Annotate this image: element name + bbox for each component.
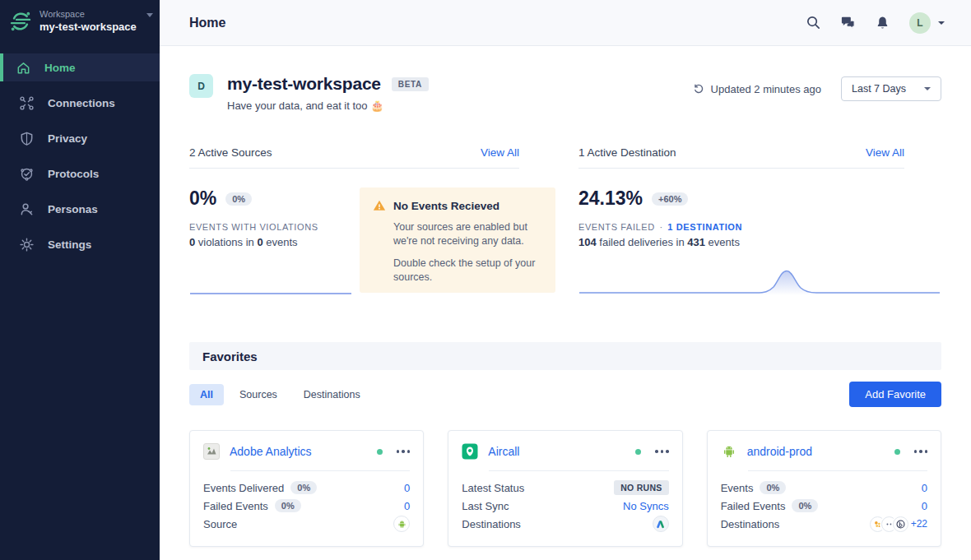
percent-badge: 0% <box>290 481 317 494</box>
sidebar-item-label: Personas <box>48 203 98 215</box>
no-syncs-link[interactable]: No Syncs <box>623 500 669 512</box>
tab-destinations[interactable]: Destinations <box>293 384 371 405</box>
protocols-icon <box>19 166 35 182</box>
active-sources-panel: 2 Active Sources View All 0% 0% EVENTS W… <box>189 146 555 293</box>
warning-triangle-icon <box>373 199 386 212</box>
card-menu-button[interactable] <box>914 447 928 456</box>
sidebar-nav: Home Connections Privacy Protocols Perso… <box>0 53 160 258</box>
failed-stat-detail: 104 failed deliveries in 431 events <box>578 236 941 248</box>
add-favorite-button[interactable]: Add Favorite <box>849 382 941 407</box>
status-dot-icon <box>635 449 641 455</box>
sidebar-item-home[interactable]: Home <box>0 53 160 81</box>
row-value-link[interactable]: 0 <box>404 482 410 494</box>
card-row: Destinations <box>462 515 668 533</box>
destinations-more-link[interactable]: +22 <box>911 518 927 530</box>
active-destinations-panel: 1 Active Destination View All 24.13% +60… <box>578 146 941 293</box>
chevron-down-icon <box>924 87 931 90</box>
sidebar-item-label: Protocols <box>48 168 99 180</box>
sidebar-item-settings[interactable]: Settings <box>0 230 160 258</box>
favorite-card-adobe-analytics: Adobe Analytics Events Delivered 0% 0 Fa… <box>189 430 424 547</box>
android-logo <box>721 443 737 460</box>
percent-badge: 0% <box>760 481 786 494</box>
destination-count-link[interactable]: 1 DESTINATION <box>667 222 742 232</box>
favorite-card-android-prod: android-prod Events 0% 0 Failed Events 0… <box>707 430 941 547</box>
card-title-link[interactable]: Aircall <box>488 445 519 458</box>
card-row: Failed Events 0% 0 <box>721 497 927 515</box>
row-value-link[interactable]: 0 <box>404 500 410 512</box>
favorites-header-band: Favorites <box>189 342 941 370</box>
card-row: Destinations +22 <box>721 515 927 533</box>
card-row: Last Sync No Syncs <box>462 497 668 515</box>
aircall-logo <box>462 443 478 460</box>
card-row: Latest Status NO RUNS <box>462 479 668 497</box>
status-dot-icon <box>894 449 900 455</box>
chat-icon[interactable] <box>840 15 856 30</box>
failed-stat-value: 24.13% <box>578 187 643 210</box>
sidebar-item-protocols[interactable]: Protocols <box>0 160 160 187</box>
workspace-avatar: D <box>189 74 213 98</box>
page-content: D my-test-workspace BETA Have your data,… <box>160 46 971 560</box>
google-ads-icon[interactable] <box>653 516 669 532</box>
percent-badge: 0% <box>792 499 818 512</box>
warning-body-2: Double check the setup of your sources. <box>393 257 542 285</box>
card-row: Events Delivered 0% 0 <box>203 479 410 497</box>
failed-events-sparkline <box>578 268 941 296</box>
avatar[interactable]: L <box>909 12 931 34</box>
card-menu-button[interactable] <box>397 447 411 456</box>
segment-logo-icon <box>10 11 31 32</box>
sidebar-item-label: Settings <box>48 238 91 251</box>
privacy-shield-icon <box>19 131 35 146</box>
sidebar-item-personas[interactable]: Personas <box>0 195 160 223</box>
workspace-title: my-test-workspace <box>227 74 381 94</box>
bell-icon[interactable] <box>875 15 890 30</box>
destinations-heading: 1 Active Destination <box>578 146 676 159</box>
sidebar: Workspace my-test-workspace Home Connect… <box>0 0 160 560</box>
user-menu[interactable]: L <box>909 12 945 34</box>
violations-delta-badge: 0% <box>225 192 252 206</box>
favorite-card-aircall: Aircall Latest Status NO RUNS Last Sync … <box>448 430 682 547</box>
favorites-heading: Favorites <box>202 349 258 363</box>
refresh-icon[interactable] <box>693 83 704 95</box>
warning-title: No Events Recieved <box>393 200 499 212</box>
failed-delta-badge: +60% <box>652 192 688 206</box>
tab-all[interactable]: All <box>189 384 224 405</box>
sidebar-item-privacy[interactable]: Privacy <box>0 124 160 152</box>
violations-sparkline <box>189 291 352 296</box>
personas-person-icon <box>19 201 35 217</box>
sources-view-all-link[interactable]: View All <box>481 146 519 159</box>
row-value-link[interactable]: 0 <box>922 482 927 494</box>
tab-sources[interactable]: Sources <box>229 384 288 405</box>
sidebar-item-label: Home <box>44 62 76 74</box>
card-row: Source <box>203 515 410 533</box>
page-title: Home <box>189 16 225 30</box>
workspace-switcher[interactable]: Workspace my-test-workspace <box>0 0 160 42</box>
sidebar-item-label: Privacy <box>48 132 87 145</box>
card-title-link[interactable]: Adobe Analytics <box>230 445 312 458</box>
search-icon[interactable] <box>806 15 821 30</box>
destination-logo-icon <box>893 516 908 532</box>
connections-icon <box>19 95 35 111</box>
card-row: Failed Events 0% 0 <box>203 497 410 515</box>
home-icon <box>16 60 31 76</box>
android-icon[interactable] <box>393 516 410 532</box>
workspace-label: Workspace <box>39 9 137 21</box>
chevron-down-icon <box>938 21 945 25</box>
card-menu-button[interactable] <box>655 447 669 456</box>
workspace-name: my-test-workspace <box>39 21 137 34</box>
no-runs-badge: NO RUNS <box>614 480 669 495</box>
workspace-subtitle: Have your data, and eat it too 🎂 <box>227 100 429 112</box>
time-range-value: Last 7 Days <box>852 83 906 95</box>
top-bar: Home L <box>160 0 971 46</box>
sidebar-item-connections[interactable]: Connections <box>0 89 160 117</box>
time-range-dropdown[interactable]: Last 7 Days <box>841 76 941 101</box>
sources-heading: 2 Active Sources <box>189 146 272 159</box>
row-value-link[interactable]: 0 <box>922 500 927 512</box>
beta-badge: BETA <box>392 77 429 91</box>
card-title-link[interactable]: android-prod <box>747 445 812 458</box>
sidebar-item-label: Connections <box>48 97 115 109</box>
updated-text: Updated 2 minutes ago <box>711 83 821 95</box>
destination-stack[interactable]: +22 <box>870 516 927 532</box>
destinations-view-all-link[interactable]: View All <box>866 146 904 159</box>
card-row: Events 0% 0 <box>721 479 927 497</box>
violations-stat-value: 0% <box>189 187 216 210</box>
